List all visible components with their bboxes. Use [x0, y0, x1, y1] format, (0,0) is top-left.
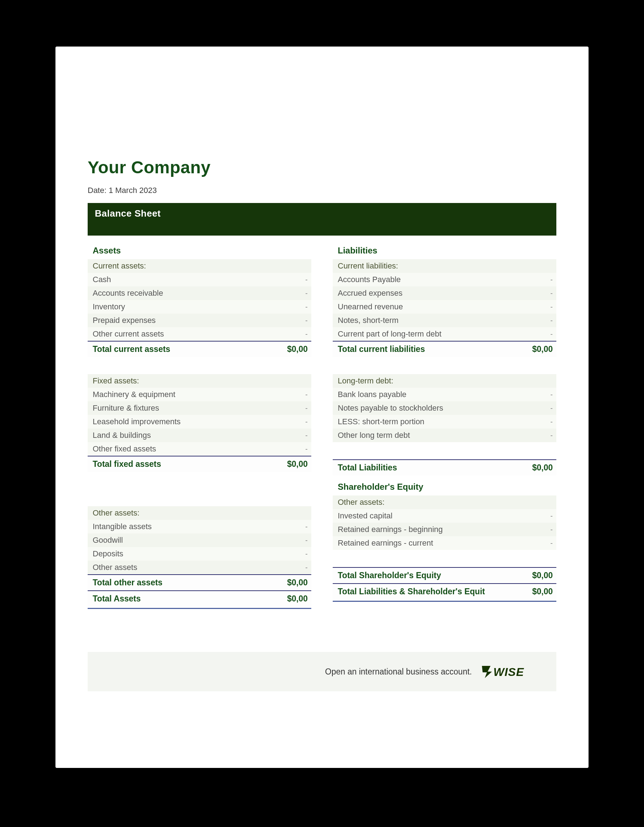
- fixed-assets-subhead: Fixed assets:: [88, 374, 311, 388]
- line-item: Notes, short-term -: [333, 314, 556, 327]
- row-label: Cash: [93, 275, 305, 284]
- line-item: Accrued expenses -: [333, 286, 556, 300]
- row-label: Retained earnings - beginning: [338, 525, 550, 534]
- liabilities-heading: Liabilities: [333, 242, 556, 259]
- line-item: Inventory -: [88, 300, 311, 314]
- row-value: -: [550, 276, 553, 284]
- line-item: Retained earnings - beginning -: [333, 523, 556, 536]
- row-label: Other assets: [93, 563, 305, 572]
- document-date: Date: 1 March 2023: [88, 186, 556, 195]
- row-value: -: [550, 526, 553, 534]
- row-label: Total Assets: [93, 594, 141, 604]
- document-page: Your Company Date: 1 March 2023 Balance …: [56, 47, 588, 768]
- row-value: -: [305, 431, 308, 440]
- row-label: Notes, short-term: [338, 316, 550, 325]
- row-label: Other long term debt: [338, 431, 550, 440]
- row-label: Long-term debt:: [338, 376, 553, 385]
- long-term-debt-subhead: Long-term debt:: [333, 374, 556, 388]
- total-shareholders-equity: Total Shareholder's Equity $0,00: [333, 567, 556, 583]
- line-item: Accounts Payable -: [333, 273, 556, 286]
- row-label: Total current liabilities: [338, 345, 425, 354]
- footer-text: Open an international business account.: [325, 667, 472, 677]
- row-value: $0,00: [532, 587, 553, 596]
- line-item: Other fixed assets -: [88, 442, 311, 456]
- line-item: Prepaid expenses -: [88, 314, 311, 327]
- total-liabilities: Total Liabilities $0,00: [333, 459, 556, 476]
- line-item: Cash -: [88, 273, 311, 286]
- line-item: Land & buildings -: [88, 429, 311, 442]
- line-item: Unearned revenue -: [333, 300, 556, 314]
- row-value: -: [550, 330, 553, 338]
- row-value: $0,00: [532, 463, 553, 473]
- spacer-row: [333, 550, 556, 567]
- line-item: Bank loans payable -: [333, 388, 556, 401]
- row-label: Total Liabilities: [338, 463, 397, 473]
- row-label: Other current assets: [93, 329, 305, 339]
- row-value: -: [550, 404, 553, 412]
- row-value: $0,00: [287, 345, 308, 354]
- row-value: -: [305, 536, 308, 545]
- row-label: Retained earnings - current: [338, 538, 550, 548]
- row-value: -: [305, 330, 308, 338]
- line-item: Machinery & equipment -: [88, 388, 311, 401]
- row-label: Other fixed assets: [93, 444, 305, 454]
- row-value: -: [550, 431, 553, 440]
- footer-bar: Open an international business account. …: [88, 652, 556, 691]
- row-value: -: [550, 317, 553, 325]
- row-label: Total fixed assets: [93, 459, 161, 469]
- row-label: Leasehold improvements: [93, 417, 305, 426]
- total-fixed-assets: Total fixed assets $0,00: [88, 456, 311, 472]
- balance-sheet-body: Assets Current assets: Cash - Accounts r…: [88, 242, 556, 609]
- row-value: $0,00: [287, 594, 308, 604]
- equity-subhead: Other assets:: [333, 496, 556, 509]
- svg-text:WISE: WISE: [493, 666, 524, 679]
- line-item: Furniture & fixtures -: [88, 401, 311, 415]
- wise-logo-icon: WISE: [481, 664, 542, 679]
- row-value: -: [305, 404, 308, 412]
- row-value: -: [305, 289, 308, 298]
- row-label: Current part of long-term debt: [338, 329, 550, 339]
- row-label: Bank loans payable: [338, 390, 550, 399]
- current-liabilities-subhead: Current liabilities:: [333, 259, 556, 273]
- row-value: -: [550, 289, 553, 298]
- row-label: Fixed assets:: [93, 376, 308, 385]
- row-value: -: [305, 523, 308, 531]
- row-value: -: [305, 303, 308, 311]
- row-label: Other assets:: [93, 509, 308, 518]
- assets-heading: Assets: [88, 242, 311, 259]
- row-label: Prepaid expenses: [93, 316, 305, 325]
- line-item: Notes payable to stockholders -: [333, 401, 556, 415]
- line-item: Goodwill -: [88, 534, 311, 547]
- total-current-liabilities: Total current liabilities $0,00: [333, 341, 556, 357]
- balance-sheet-banner: Balance Sheet: [88, 203, 556, 236]
- row-value: -: [305, 550, 308, 558]
- row-value: -: [305, 390, 308, 399]
- assets-column: Assets Current assets: Cash - Accounts r…: [88, 242, 311, 609]
- row-label: Inventory: [93, 302, 305, 312]
- total-current-assets: Total current assets $0,00: [88, 341, 311, 357]
- equity-heading: Shareholder's Equity: [333, 476, 556, 496]
- row-value: -: [305, 445, 308, 453]
- row-label: Machinery & equipment: [93, 390, 305, 399]
- row-label: Total current assets: [93, 345, 170, 354]
- row-label: Notes payable to stockholders: [338, 404, 550, 413]
- row-label: Accrued expenses: [338, 289, 550, 298]
- line-item: Current part of long-term debt -: [333, 327, 556, 341]
- row-label: Unearned revenue: [338, 302, 550, 312]
- line-item: Intangible assets -: [88, 520, 311, 534]
- row-value: -: [305, 317, 308, 325]
- row-value: -: [550, 303, 553, 311]
- row-label: Other assets:: [338, 498, 553, 507]
- line-item: LESS: short-term portion -: [333, 415, 556, 429]
- row-label: Current liabilities:: [338, 261, 553, 271]
- row-label: Total Shareholder's Equity: [338, 571, 441, 580]
- row-value: $0,00: [287, 459, 308, 469]
- row-value: $0,00: [532, 345, 553, 354]
- row-label: Land & buildings: [93, 431, 305, 440]
- total-liabilities-and-equity: Total Liabilities & Shareholder's Equit …: [333, 583, 556, 602]
- line-item: Other assets -: [88, 561, 311, 574]
- row-label: Total other assets: [93, 578, 162, 587]
- spacer-row: [88, 489, 311, 506]
- current-assets-subhead: Current assets:: [88, 259, 311, 273]
- row-value: $0,00: [287, 578, 308, 587]
